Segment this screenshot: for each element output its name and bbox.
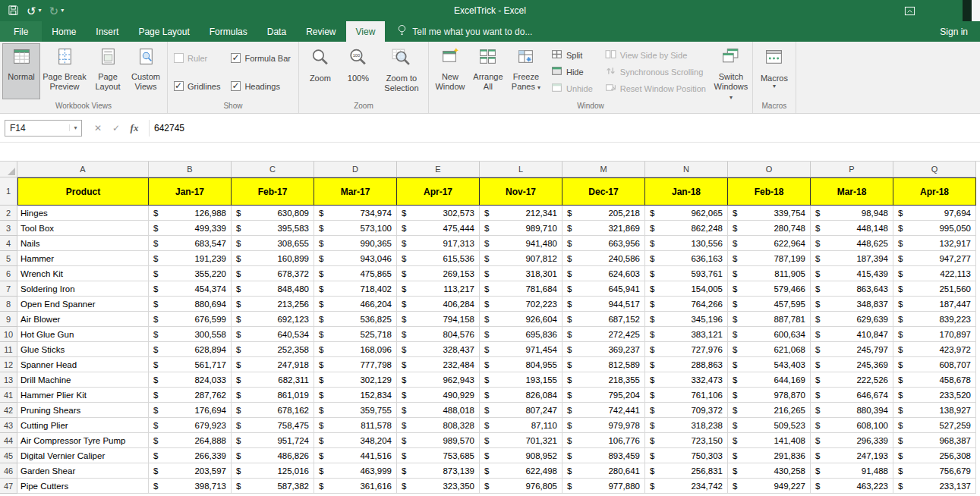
formula-input[interactable]: 642745 xyxy=(149,120,980,137)
value-cell[interactable]: $126,988 xyxy=(149,206,232,221)
formula-bar-checkbox[interactable]: Formula Bar xyxy=(231,53,291,63)
product-cell[interactable]: Hinges xyxy=(17,206,149,221)
headings-checkbox[interactable]: Headings xyxy=(231,81,291,91)
new-window-button[interactable]: New Window xyxy=(431,43,469,99)
product-cell[interactable]: Hot Glue Gun xyxy=(17,327,149,342)
gridlines-checkbox[interactable]: Gridlines xyxy=(174,81,220,91)
value-cell[interactable]: $683,547 xyxy=(149,236,232,251)
value-cell[interactable]: $962,943 xyxy=(397,372,480,388)
value-cell[interactable]: $280,641 xyxy=(562,463,645,479)
qat-customize-icon[interactable]: ▾ xyxy=(61,8,64,14)
value-cell[interactable]: $193,155 xyxy=(480,372,562,388)
value-cell[interactable]: $256,831 xyxy=(645,463,728,479)
row-header-8[interactable]: 8 xyxy=(0,297,17,312)
value-cell[interactable]: $266,339 xyxy=(149,448,232,463)
value-cell[interactable]: $441,516 xyxy=(314,448,397,463)
value-cell[interactable]: $678,372 xyxy=(232,266,314,281)
value-cell[interactable]: $811,578 xyxy=(314,418,397,433)
value-cell[interactable]: $862,248 xyxy=(645,221,728,236)
value-cell[interactable]: $893,459 xyxy=(562,448,645,463)
value-cell[interactable]: $976,805 xyxy=(480,479,562,494)
row-header-7[interactable]: 7 xyxy=(0,281,17,297)
product-cell[interactable]: Wrench Kit xyxy=(17,266,149,281)
value-cell[interactable]: $949,227 xyxy=(728,479,811,494)
product-cell[interactable]: Soldering Iron xyxy=(17,281,149,297)
value-cell[interactable]: $168,096 xyxy=(314,342,397,357)
value-cell[interactable]: $777,798 xyxy=(314,357,397,372)
value-cell[interactable]: $138,927 xyxy=(893,403,976,418)
value-cell[interactable]: $499,339 xyxy=(149,221,232,236)
row-header-11[interactable]: 11 xyxy=(0,342,17,357)
value-cell[interactable]: $152,834 xyxy=(314,388,397,403)
value-cell[interactable]: $245,369 xyxy=(811,357,893,372)
value-cell[interactable]: $750,303 xyxy=(645,448,728,463)
sign-in-button[interactable]: Sign in xyxy=(928,21,980,42)
switch-windows-button[interactable]: Switch Windows ▾ xyxy=(712,43,750,99)
value-cell[interactable]: $630,809 xyxy=(232,206,314,221)
row-header-47[interactable]: 47 xyxy=(0,479,17,494)
row-header-13[interactable]: 13 xyxy=(0,372,17,388)
value-cell[interactable]: $296,339 xyxy=(811,433,893,448)
product-cell[interactable]: Nails xyxy=(17,236,149,251)
value-cell[interactable]: $573,100 xyxy=(314,221,397,236)
value-cell[interactable]: $113,217 xyxy=(397,281,480,297)
undo-icon[interactable]: ↺ xyxy=(27,5,36,17)
column-header-D[interactable]: D xyxy=(314,162,397,177)
value-cell[interactable]: $561,717 xyxy=(149,357,232,372)
value-cell[interactable]: $98,948 xyxy=(811,206,893,221)
value-cell[interactable]: $640,534 xyxy=(232,327,314,342)
value-cell[interactable]: $600,634 xyxy=(728,327,811,342)
value-cell[interactable]: $463,999 xyxy=(314,463,397,479)
ruler-checkbox[interactable]: Ruler xyxy=(174,53,220,63)
value-cell[interactable]: $687,152 xyxy=(562,312,645,327)
value-cell[interactable]: $245,797 xyxy=(811,342,893,357)
value-cell[interactable]: $475,865 xyxy=(314,266,397,281)
value-cell[interactable]: $758,475 xyxy=(232,418,314,433)
value-cell[interactable]: $944,517 xyxy=(562,297,645,312)
value-cell[interactable]: $839,223 xyxy=(893,312,976,327)
value-cell[interactable]: $977,880 xyxy=(562,479,645,494)
value-cell[interactable]: $926,604 xyxy=(480,312,562,327)
tab-file[interactable]: File xyxy=(0,21,42,42)
value-cell[interactable]: $644,169 xyxy=(728,372,811,388)
value-cell[interactable]: $203,597 xyxy=(149,463,232,479)
product-cell[interactable]: Tool Box xyxy=(17,221,149,236)
value-cell[interactable]: $880,394 xyxy=(811,403,893,418)
value-cell[interactable]: $941,480 xyxy=(480,236,562,251)
column-header-A[interactable]: A xyxy=(17,162,149,177)
header-cell[interactable]: Dec-17 xyxy=(562,177,645,206)
value-cell[interactable]: $951,724 xyxy=(232,433,314,448)
header-cell[interactable]: Jan-17 xyxy=(149,177,232,206)
value-cell[interactable]: $332,473 xyxy=(645,372,728,388)
value-cell[interactable]: $345,196 xyxy=(645,312,728,327)
header-cell[interactable]: Mar-17 xyxy=(314,177,397,206)
value-cell[interactable]: $795,204 xyxy=(562,388,645,403)
value-cell[interactable]: $727,976 xyxy=(645,342,728,357)
tab-page-layout[interactable]: Page Layout xyxy=(128,21,199,42)
value-cell[interactable]: $212,341 xyxy=(480,206,562,221)
value-cell[interactable]: $415,439 xyxy=(811,266,893,281)
value-cell[interactable]: $525,718 xyxy=(314,327,397,342)
freeze-panes-button[interactable]: Freeze Panes ▾ xyxy=(507,43,545,99)
value-cell[interactable]: $264,888 xyxy=(149,433,232,448)
value-cell[interactable]: $125,016 xyxy=(232,463,314,479)
ribbon-display-options-icon[interactable] xyxy=(904,5,915,17)
zoom-100-button[interactable]: 100 100% xyxy=(339,43,377,99)
row-header-44[interactable]: 44 xyxy=(0,433,17,448)
value-cell[interactable]: $615,536 xyxy=(397,251,480,266)
value-cell[interactable]: $718,402 xyxy=(314,281,397,297)
arrange-all-button[interactable]: Arrange All xyxy=(469,43,507,99)
value-cell[interactable]: $97,694 xyxy=(893,206,976,221)
value-cell[interactable]: $692,123 xyxy=(232,312,314,327)
value-cell[interactable]: $205,218 xyxy=(562,206,645,221)
column-header-P[interactable]: P xyxy=(811,162,893,177)
value-cell[interactable]: $629,639 xyxy=(811,312,893,327)
product-cell[interactable]: Digital Vernier Caliper xyxy=(17,448,149,463)
value-cell[interactable]: $824,033 xyxy=(149,372,232,388)
value-cell[interactable]: $287,762 xyxy=(149,388,232,403)
row-header-4[interactable]: 4 xyxy=(0,236,17,251)
value-cell[interactable]: $213,256 xyxy=(232,297,314,312)
value-cell[interactable]: $247,918 xyxy=(232,357,314,372)
value-cell[interactable]: $826,084 xyxy=(480,388,562,403)
value-cell[interactable]: $302,573 xyxy=(397,206,480,221)
